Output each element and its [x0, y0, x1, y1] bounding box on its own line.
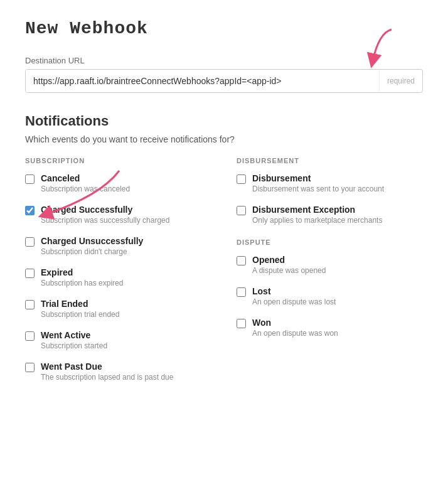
subscription-checkbox-went_past_due[interactable] [25, 363, 35, 372]
subscription-item-went_past_due: Went Past DueThe subscription lapsed and… [25, 362, 211, 382]
subscription-title-charged_unsuccessfully: Charged Unsuccessfully [41, 236, 143, 246]
subscription-desc-charged_successfully: Subscription was successfully charged [41, 216, 169, 225]
subscription-checkbox-trial_ended[interactable] [25, 300, 35, 309]
subscription-title-went_past_due: Went Past Due [41, 362, 173, 372]
page-title: New Webhook [25, 19, 423, 38]
subscription-desc-trial_ended: Subscription trial ended [41, 310, 119, 319]
required-badge: required [379, 70, 422, 92]
disbursement-title-disbursement: Disbursement [252, 173, 384, 183]
disbursement-title-disbursement_exception: Disbursement Exception [252, 205, 382, 215]
dispute-desc-lost: An open dispute was lost [252, 297, 336, 306]
disbursement-items-list: DisbursementDisbursement was sent to you… [237, 173, 423, 225]
subscription-title-expired: Expired [41, 267, 123, 277]
subscription-header: SUBSCRIPTION [25, 157, 211, 164]
notifications-section: Notifications Which events do you want t… [25, 113, 423, 393]
dispute-checkbox-opened[interactable] [237, 256, 246, 265]
subscription-checkbox-charged_unsuccessfully[interactable] [25, 237, 35, 247]
subscription-item-canceled: CanceledSubscription was canceled [25, 173, 211, 193]
subscription-item-trial_ended: Trial EndedSubscription trial ended [25, 299, 211, 319]
dispute-header: DISPUTE [237, 238, 423, 246]
subscription-desc-canceled: Subscription was canceled [41, 185, 130, 193]
subscription-title-canceled: Canceled [41, 173, 130, 183]
subscription-column: SUBSCRIPTION CanceledSubscription was ca… [25, 157, 211, 393]
disbursement-desc-disbursement: Disbursement was sent to your account [252, 185, 384, 193]
disbursement-checkbox-disbursement[interactable] [237, 174, 246, 184]
dispute-title-opened: Opened [252, 255, 326, 265]
dispute-checkbox-lost[interactable] [237, 287, 246, 297]
subscription-checkbox-canceled[interactable] [25, 174, 35, 184]
destination-url-input[interactable] [26, 70, 379, 92]
subscription-items-list: CanceledSubscription was canceledCharged… [25, 173, 211, 382]
disbursement-header: DISBURSEMENT [237, 157, 423, 164]
destination-url-section: Destination URL required [25, 56, 423, 93]
subscription-checkbox-expired[interactable] [25, 269, 35, 278]
subscription-title-went_active: Went Active [41, 330, 107, 340]
dispute-title-won: Won [252, 318, 338, 328]
dispute-item-lost: LostAn open dispute was lost [237, 286, 423, 306]
disbursement-desc-disbursement_exception: Only applies to marketplace merchants [252, 216, 382, 225]
subscription-title-charged_successfully: Charged Successfully [41, 205, 169, 215]
disbursement-item-disbursement_exception: Disbursement ExceptionOnly applies to ma… [237, 205, 423, 225]
notifications-columns: SUBSCRIPTION CanceledSubscription was ca… [25, 157, 423, 393]
subscription-checkbox-went_active[interactable] [25, 331, 35, 341]
subscription-checkbox-charged_successfully[interactable] [25, 206, 35, 215]
subscription-desc-charged_unsuccessfully: Subscription didn't charge [41, 247, 143, 256]
subscription-item-expired: ExpiredSubscription has expired [25, 267, 211, 287]
dispute-item-opened: OpenedA dispute was opened [237, 255, 423, 275]
subscription-item-charged_unsuccessfully: Charged UnsuccessfullySubscription didn'… [25, 236, 211, 256]
dispute-checkbox-won[interactable] [237, 319, 246, 328]
notifications-subtitle: Which events do you want to receive noti… [25, 134, 423, 144]
right-column: DISBURSEMENT DisbursementDisbursement wa… [237, 157, 423, 393]
url-input-row: required [25, 69, 423, 93]
subscription-item-went_active: Went ActiveSubscription started [25, 330, 211, 350]
dispute-desc-opened: A dispute was opened [252, 266, 326, 275]
notifications-heading: Notifications [25, 113, 423, 129]
disbursement-item-disbursement: DisbursementDisbursement was sent to you… [237, 173, 423, 193]
subscription-item-charged_successfully: Charged SuccessfullySubscription was suc… [25, 205, 211, 225]
dispute-item-won: WonAn open dispute was won [237, 318, 423, 338]
subscription-desc-went_active: Subscription started [41, 341, 107, 350]
dispute-items-list: OpenedA dispute was openedLostAn open di… [237, 255, 423, 338]
subscription-desc-expired: Subscription has expired [41, 279, 123, 287]
disbursement-checkbox-disbursement_exception[interactable] [237, 206, 246, 215]
subscription-desc-went_past_due: The subscription lapsed and is past due [41, 373, 173, 382]
dispute-section: DISPUTE OpenedA dispute was openedLostAn… [237, 238, 423, 338]
dispute-title-lost: Lost [252, 286, 336, 296]
destination-url-label: Destination URL [25, 56, 423, 65]
subscription-title-trial_ended: Trial Ended [41, 299, 119, 309]
dispute-desc-won: An open dispute was won [252, 329, 338, 338]
